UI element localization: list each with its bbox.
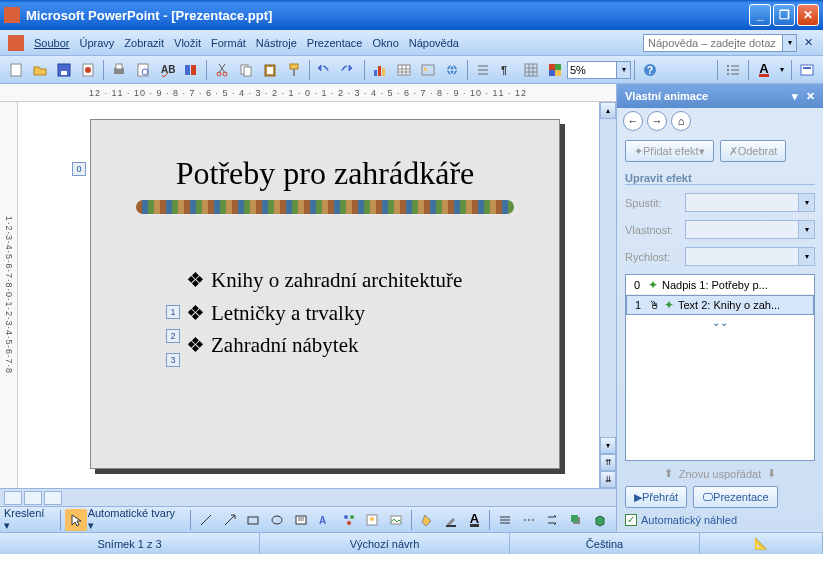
oval-icon[interactable] bbox=[266, 509, 288, 531]
shadow-icon[interactable] bbox=[566, 509, 588, 531]
reorder-up-icon[interactable]: ⬆ bbox=[664, 467, 673, 480]
chart-icon[interactable] bbox=[369, 59, 391, 81]
menu-okno[interactable]: Okno bbox=[372, 37, 398, 49]
menu-zobrazit[interactable]: Zobrazit bbox=[124, 37, 164, 49]
wordart-icon[interactable]: A bbox=[314, 509, 336, 531]
permission-icon[interactable] bbox=[77, 59, 99, 81]
show-formatting-icon[interactable]: ¶ bbox=[496, 59, 518, 81]
arrow-icon[interactable] bbox=[219, 509, 241, 531]
add-effect-button[interactable]: ✦ Přidat efekt ▾ bbox=[625, 140, 714, 162]
animation-tag[interactable]: 2 bbox=[166, 329, 180, 343]
design-icon[interactable] bbox=[796, 59, 818, 81]
help-dropdown[interactable]: ▾ bbox=[783, 34, 797, 52]
3d-icon[interactable] bbox=[589, 509, 611, 531]
scroll-up-icon[interactable]: ▴ bbox=[600, 102, 616, 119]
next-slide-icon[interactable]: ⇊ bbox=[600, 471, 616, 488]
task-pane-menu-icon[interactable]: ▾ bbox=[792, 90, 798, 103]
save-icon[interactable] bbox=[53, 59, 75, 81]
help-icon[interactable]: ? bbox=[639, 59, 661, 81]
cut-icon[interactable] bbox=[211, 59, 233, 81]
clipart-icon[interactable] bbox=[361, 509, 383, 531]
print-icon[interactable] bbox=[108, 59, 130, 81]
research-icon[interactable] bbox=[180, 59, 202, 81]
auto-preview-checkbox[interactable]: ✓Automatický náhled bbox=[625, 514, 815, 526]
minimize-button[interactable]: _ bbox=[749, 4, 771, 26]
menu-napoveda[interactable]: Nápověda bbox=[409, 37, 459, 49]
maximize-button[interactable]: ❐ bbox=[773, 4, 795, 26]
zoom-input[interactable]: 5% bbox=[567, 61, 617, 79]
animation-list-item[interactable]: 1🖱✦Text 2: Knihy o zah... bbox=[626, 295, 814, 315]
mdi-close[interactable]: ✕ bbox=[801, 36, 815, 50]
line-icon[interactable] bbox=[195, 509, 217, 531]
menu-vlozit[interactable]: Vložit bbox=[174, 37, 201, 49]
menu-nastroje[interactable]: Nástroje bbox=[256, 37, 297, 49]
textbox-icon[interactable] bbox=[290, 509, 312, 531]
paste-icon[interactable] bbox=[259, 59, 281, 81]
animation-list[interactable]: 0✦Nadpis 1: Potřeby p... 1🖱✦Text 2: Knih… bbox=[625, 274, 815, 461]
help-search-input[interactable] bbox=[643, 34, 783, 52]
slide[interactable]: Potřeby pro zahrádkáře Knihy o zahradní … bbox=[90, 119, 560, 469]
picture-icon[interactable] bbox=[385, 509, 407, 531]
print-preview-icon[interactable] bbox=[132, 59, 154, 81]
animation-list-item[interactable]: 0✦Nadpis 1: Potřeby p... bbox=[626, 275, 814, 295]
slide-title[interactable]: Potřeby pro zahrádkáře bbox=[91, 155, 559, 192]
status-language[interactable]: Čeština bbox=[510, 533, 700, 554]
menu-format[interactable]: Formát bbox=[211, 37, 246, 49]
expand-all-icon[interactable] bbox=[472, 59, 494, 81]
grid-icon[interactable] bbox=[520, 59, 542, 81]
close-button[interactable]: ✕ bbox=[797, 4, 819, 26]
nav-home-icon[interactable]: ⌂ bbox=[671, 111, 691, 131]
prev-slide-icon[interactable]: ⇈ bbox=[600, 454, 616, 471]
reorder-down-icon[interactable]: ⬇ bbox=[767, 467, 776, 480]
draw-menu[interactable]: Kreslení ▾ bbox=[4, 507, 53, 532]
bullets-icon[interactable] bbox=[722, 59, 744, 81]
animation-tag[interactable]: 3 bbox=[166, 353, 180, 367]
animation-tag[interactable]: 0 bbox=[72, 162, 86, 176]
line-style-icon[interactable] bbox=[494, 509, 516, 531]
hyperlink-icon[interactable] bbox=[441, 59, 463, 81]
autoshapes-menu[interactable]: Automatické tvary ▾ bbox=[88, 507, 183, 532]
font-color-dropdown[interactable]: ▾ bbox=[777, 59, 787, 81]
new-icon[interactable] bbox=[5, 59, 27, 81]
dash-style-icon[interactable] bbox=[518, 509, 540, 531]
rectangle-icon[interactable] bbox=[243, 509, 265, 531]
font-color-icon[interactable]: A bbox=[753, 59, 775, 81]
spellcheck-icon[interactable]: AB bbox=[156, 59, 178, 81]
slideshow-button[interactable]: 🖵 Prezentace bbox=[693, 486, 778, 508]
draw-font-color-icon[interactable]: A bbox=[463, 509, 485, 531]
property-dropdown[interactable] bbox=[685, 220, 799, 239]
slideshow-view-icon[interactable] bbox=[44, 491, 62, 505]
open-icon[interactable] bbox=[29, 59, 51, 81]
slide-canvas[interactable]: Potřeby pro zahrádkáře Knihy o zahradní … bbox=[18, 102, 599, 488]
undo-icon[interactable] bbox=[314, 59, 336, 81]
arrow-style-icon[interactable] bbox=[542, 509, 564, 531]
select-arrow-icon[interactable] bbox=[65, 509, 87, 531]
table-icon[interactable] bbox=[393, 59, 415, 81]
start-dropdown[interactable] bbox=[685, 193, 799, 212]
nav-back-icon[interactable]: ← bbox=[623, 111, 643, 131]
remove-effect-button[interactable]: ✗ Odebrat bbox=[720, 140, 787, 162]
format-painter-icon[interactable] bbox=[283, 59, 305, 81]
menu-prezentace[interactable]: Prezentace bbox=[307, 37, 363, 49]
menu-soubor[interactable]: Soubor bbox=[34, 37, 69, 49]
task-pane-close-icon[interactable]: ✕ bbox=[806, 90, 815, 103]
play-button[interactable]: ▶ Přehrát bbox=[625, 486, 687, 508]
line-color-icon[interactable] bbox=[440, 509, 462, 531]
expand-chevron-icon[interactable]: ⌄⌄ bbox=[626, 315, 814, 330]
normal-view-icon[interactable] bbox=[4, 491, 22, 505]
zoom-dropdown[interactable]: ▾ bbox=[617, 61, 631, 79]
menu-upravy[interactable]: Úpravy bbox=[79, 37, 114, 49]
tables-borders-icon[interactable] bbox=[417, 59, 439, 81]
slide-body[interactable]: Knihy o zahradní architektuře Letničky a… bbox=[186, 264, 559, 362]
animation-tag[interactable]: 1 bbox=[166, 305, 180, 319]
nav-forward-icon[interactable]: → bbox=[647, 111, 667, 131]
speed-dropdown[interactable] bbox=[685, 247, 799, 266]
scroll-down-icon[interactable]: ▾ bbox=[600, 437, 616, 454]
fill-color-icon[interactable] bbox=[416, 509, 438, 531]
redo-icon[interactable] bbox=[338, 59, 360, 81]
color-icon[interactable] bbox=[544, 59, 566, 81]
scrollbar-vertical[interactable]: ▴ ▾ ⇈ ⇊ bbox=[599, 102, 616, 488]
sorter-view-icon[interactable] bbox=[24, 491, 42, 505]
app-icon-small[interactable] bbox=[8, 35, 24, 51]
diagram-icon[interactable] bbox=[338, 509, 360, 531]
